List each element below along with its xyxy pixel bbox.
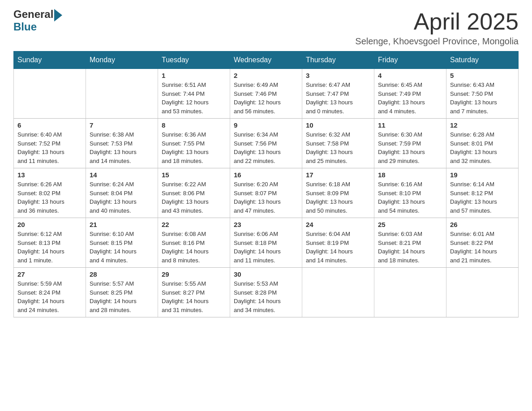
calendar-week-row: 13Sunrise: 6:26 AM Sunset: 8:02 PM Dayli…	[14, 168, 519, 218]
day-info: Sunrise: 6:01 AM Sunset: 8:22 PM Dayligh…	[450, 230, 515, 265]
day-number: 1	[162, 72, 226, 79]
calendar-week-row: 6Sunrise: 6:40 AM Sunset: 7:52 PM Daylig…	[14, 119, 519, 168]
calendar-cell: 29Sunrise: 5:55 AM Sunset: 8:27 PM Dayli…	[158, 268, 230, 317]
day-number: 15	[162, 171, 226, 179]
calendar-header-monday: Monday	[86, 51, 158, 69]
calendar-cell	[446, 268, 519, 317]
day-info: Sunrise: 6:06 AM Sunset: 8:18 PM Dayligh…	[234, 230, 298, 265]
page-header: General Blue April 2025 Selenge, Khoevsg…	[13, 9, 519, 47]
calendar-cell: 19Sunrise: 6:14 AM Sunset: 8:12 PM Dayli…	[446, 168, 519, 218]
day-info: Sunrise: 6:18 AM Sunset: 8:09 PM Dayligh…	[306, 180, 370, 215]
day-info: Sunrise: 6:24 AM Sunset: 8:04 PM Dayligh…	[90, 180, 154, 215]
logo-arrow-icon	[54, 9, 62, 21]
calendar-cell: 10Sunrise: 6:32 AM Sunset: 7:58 PM Dayli…	[302, 119, 374, 168]
day-info: Sunrise: 6:12 AM Sunset: 8:13 PM Dayligh…	[17, 230, 82, 265]
calendar-cell: 25Sunrise: 6:03 AM Sunset: 8:21 PM Dayli…	[374, 218, 446, 268]
day-info: Sunrise: 6:38 AM Sunset: 7:53 PM Dayligh…	[90, 130, 154, 165]
day-number: 10	[306, 121, 370, 129]
day-number: 14	[90, 171, 154, 179]
day-info: Sunrise: 6:28 AM Sunset: 8:01 PM Dayligh…	[450, 130, 515, 165]
title-block: April 2025 Selenge, Khoevsgoel Province,…	[355, 9, 519, 47]
day-number: 8	[162, 121, 226, 129]
day-number: 27	[17, 270, 82, 278]
day-number: 21	[90, 221, 154, 228]
logo-general: General	[13, 9, 62, 21]
calendar-cell: 17Sunrise: 6:18 AM Sunset: 8:09 PM Dayli…	[302, 168, 374, 218]
day-number: 5	[450, 72, 515, 79]
day-info: Sunrise: 6:04 AM Sunset: 8:19 PM Dayligh…	[306, 230, 370, 265]
day-info: Sunrise: 6:16 AM Sunset: 8:10 PM Dayligh…	[378, 180, 442, 215]
day-info: Sunrise: 6:08 AM Sunset: 8:16 PM Dayligh…	[162, 230, 226, 265]
calendar-cell: 12Sunrise: 6:28 AM Sunset: 8:01 PM Dayli…	[446, 119, 519, 168]
day-info: Sunrise: 6:45 AM Sunset: 7:49 PM Dayligh…	[378, 81, 442, 116]
calendar-cell: 6Sunrise: 6:40 AM Sunset: 7:52 PM Daylig…	[14, 119, 86, 168]
day-info: Sunrise: 6:14 AM Sunset: 8:12 PM Dayligh…	[450, 180, 515, 215]
day-info: Sunrise: 6:10 AM Sunset: 8:15 PM Dayligh…	[90, 230, 154, 265]
calendar-cell	[14, 69, 86, 119]
day-info: Sunrise: 6:32 AM Sunset: 7:58 PM Dayligh…	[306, 130, 370, 165]
day-info: Sunrise: 5:57 AM Sunset: 8:25 PM Dayligh…	[90, 279, 154, 314]
day-info: Sunrise: 6:03 AM Sunset: 8:21 PM Dayligh…	[378, 230, 442, 265]
day-info: Sunrise: 5:55 AM Sunset: 8:27 PM Dayligh…	[162, 279, 226, 314]
calendar-cell: 18Sunrise: 6:16 AM Sunset: 8:10 PM Dayli…	[374, 168, 446, 218]
day-info: Sunrise: 6:47 AM Sunset: 7:47 PM Dayligh…	[306, 81, 370, 116]
day-info: Sunrise: 6:36 AM Sunset: 7:55 PM Dayligh…	[162, 130, 226, 165]
calendar-cell: 16Sunrise: 6:20 AM Sunset: 8:07 PM Dayli…	[230, 168, 302, 218]
calendar-cell: 4Sunrise: 6:45 AM Sunset: 7:49 PM Daylig…	[374, 69, 446, 119]
day-number: 28	[90, 270, 154, 278]
day-number: 29	[162, 270, 226, 278]
calendar-cell	[86, 69, 158, 119]
calendar-cell: 30Sunrise: 5:53 AM Sunset: 8:28 PM Dayli…	[230, 268, 302, 317]
day-info: Sunrise: 5:59 AM Sunset: 8:24 PM Dayligh…	[17, 279, 82, 314]
day-info: Sunrise: 6:34 AM Sunset: 7:56 PM Dayligh…	[234, 130, 298, 165]
calendar-cell: 3Sunrise: 6:47 AM Sunset: 7:47 PM Daylig…	[302, 69, 374, 119]
calendar-cell: 14Sunrise: 6:24 AM Sunset: 8:04 PM Dayli…	[86, 168, 158, 218]
day-number: 22	[162, 221, 226, 228]
calendar-cell: 11Sunrise: 6:30 AM Sunset: 7:59 PM Dayli…	[374, 119, 446, 168]
calendar-cell: 15Sunrise: 6:22 AM Sunset: 8:06 PM Dayli…	[158, 168, 230, 218]
calendar-header-wednesday: Wednesday	[230, 51, 302, 69]
month-title: April 2025	[355, 9, 519, 34]
day-number: 19	[450, 171, 515, 179]
calendar-cell: 13Sunrise: 6:26 AM Sunset: 8:02 PM Dayli…	[14, 168, 86, 218]
location: Selenge, Khoevsgoel Province, Mongolia	[355, 36, 519, 47]
calendar-cell: 1Sunrise: 6:51 AM Sunset: 7:44 PM Daylig…	[158, 69, 230, 119]
calendar-cell: 27Sunrise: 5:59 AM Sunset: 8:24 PM Dayli…	[14, 268, 86, 317]
calendar-cell	[302, 268, 374, 317]
day-info: Sunrise: 6:30 AM Sunset: 7:59 PM Dayligh…	[378, 130, 442, 165]
calendar-cell	[374, 268, 446, 317]
calendar-week-row: 20Sunrise: 6:12 AM Sunset: 8:13 PM Dayli…	[14, 218, 519, 268]
day-number: 20	[17, 221, 82, 228]
calendar-cell: 28Sunrise: 5:57 AM Sunset: 8:25 PM Dayli…	[86, 268, 158, 317]
day-info: Sunrise: 5:53 AM Sunset: 8:28 PM Dayligh…	[234, 279, 298, 314]
day-number: 13	[17, 171, 82, 179]
day-number: 2	[234, 72, 298, 79]
day-number: 24	[306, 221, 370, 228]
day-info: Sunrise: 6:43 AM Sunset: 7:50 PM Dayligh…	[450, 81, 515, 116]
day-number: 3	[306, 72, 370, 79]
calendar-cell: 26Sunrise: 6:01 AM Sunset: 8:22 PM Dayli…	[446, 218, 519, 268]
day-number: 7	[90, 121, 154, 129]
day-number: 18	[378, 171, 442, 179]
calendar-cell: 8Sunrise: 6:36 AM Sunset: 7:55 PM Daylig…	[158, 119, 230, 168]
day-info: Sunrise: 6:51 AM Sunset: 7:44 PM Dayligh…	[162, 81, 226, 116]
calendar-cell: 24Sunrise: 6:04 AM Sunset: 8:19 PM Dayli…	[302, 218, 374, 268]
calendar-header-tuesday: Tuesday	[158, 51, 230, 69]
day-info: Sunrise: 6:22 AM Sunset: 8:06 PM Dayligh…	[162, 180, 226, 215]
day-number: 9	[234, 121, 298, 129]
calendar-cell: 9Sunrise: 6:34 AM Sunset: 7:56 PM Daylig…	[230, 119, 302, 168]
logo: General Blue	[13, 9, 62, 32]
day-info: Sunrise: 6:49 AM Sunset: 7:46 PM Dayligh…	[234, 81, 298, 116]
day-number: 17	[306, 171, 370, 179]
calendar-week-row: 1Sunrise: 6:51 AM Sunset: 7:44 PM Daylig…	[14, 69, 519, 119]
calendar-cell: 20Sunrise: 6:12 AM Sunset: 8:13 PM Dayli…	[14, 218, 86, 268]
day-number: 26	[450, 221, 515, 228]
calendar-header-row: SundayMondayTuesdayWednesdayThursdayFrid…	[14, 51, 519, 69]
calendar-table: SundayMondayTuesdayWednesdayThursdayFrid…	[13, 51, 519, 317]
day-info: Sunrise: 6:26 AM Sunset: 8:02 PM Dayligh…	[17, 180, 82, 215]
calendar-header-friday: Friday	[374, 51, 446, 69]
calendar-header-saturday: Saturday	[446, 51, 519, 69]
calendar-week-row: 27Sunrise: 5:59 AM Sunset: 8:24 PM Dayli…	[14, 268, 519, 317]
day-number: 12	[450, 121, 515, 129]
calendar-cell: 7Sunrise: 6:38 AM Sunset: 7:53 PM Daylig…	[86, 119, 158, 168]
